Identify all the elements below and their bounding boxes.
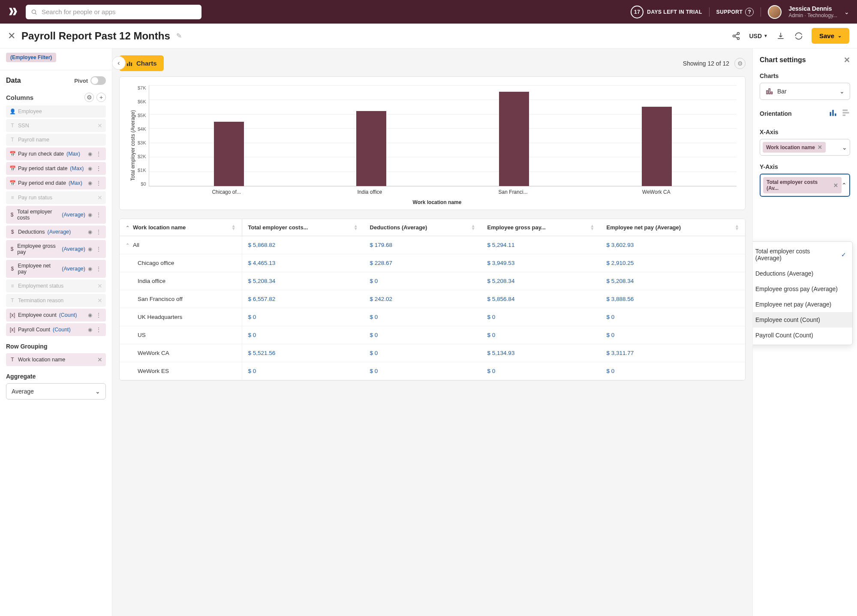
search-box[interactable] <box>26 5 201 19</box>
employee-filter-chip[interactable]: (Employee Filter) <box>6 53 56 62</box>
column-menu-icon[interactable]: ⋮ <box>95 150 102 157</box>
download-icon[interactable] <box>776 31 786 41</box>
remove-column-icon[interactable]: ✕ <box>97 194 102 201</box>
close-icon[interactable]: ✕ <box>8 30 15 42</box>
table-row[interactable]: San Francisco off$ 6,557.82$ 242.02$ 5,8… <box>120 290 745 308</box>
column-menu-icon[interactable]: ⋮ <box>95 326 102 333</box>
user-info[interactable]: Jessica Dennis Admin · Technology... <box>788 5 837 18</box>
chart-type-select[interactable]: Bar ⌄ <box>760 83 850 100</box>
sort-icon[interactable]: ▲▼ <box>471 224 475 230</box>
share-icon[interactable] <box>731 31 741 41</box>
visibility-icon[interactable]: ◉ <box>88 180 92 186</box>
edit-title-icon[interactable]: ✎ <box>176 32 182 40</box>
support-link[interactable]: SUPPORT ? <box>716 8 754 16</box>
chart-bar[interactable] <box>499 92 529 186</box>
column-item[interactable]: 📅 Pay period end date (Max)◉⋮ <box>6 177 106 189</box>
table-header[interactable]: Deductions (Average)▲▼ <box>364 219 481 236</box>
column-menu-icon[interactable]: ⋮ <box>95 211 102 218</box>
column-menu-icon[interactable]: ⋮ <box>95 165 102 172</box>
column-item[interactable]: $ Total employer costs (Average)◉⋮ <box>6 206 106 224</box>
column-menu-icon[interactable]: ⋮ <box>95 246 102 252</box>
remove-x-axis-icon[interactable]: ✕ <box>818 144 822 150</box>
charts-button[interactable]: Charts <box>119 55 164 71</box>
chart-bar[interactable] <box>642 107 672 186</box>
refresh-icon[interactable] <box>794 31 804 41</box>
dropdown-option[interactable]: $ Total employer costs (Average)✓ <box>752 243 852 266</box>
column-menu-icon[interactable]: ⋮ <box>95 265 102 272</box>
table-header[interactable]: Employee net pay (Average)▲▼ <box>600 219 745 236</box>
table-row[interactable]: Chicago office$ 4,465.13$ 228.67$ 3,949.… <box>120 254 745 272</box>
columns-settings-icon[interactable]: ⚙ <box>84 93 94 102</box>
collapse-row-icon[interactable]: ⌃ <box>126 243 129 248</box>
chart-settings-icon[interactable]: ⚙ <box>734 58 746 69</box>
column-menu-icon[interactable]: ⋮ <box>95 180 102 186</box>
table-row[interactable]: WeWork CA$ 5,521.56$ 0$ 5,134.93$ 3,311.… <box>120 344 745 362</box>
column-menu-icon[interactable]: ⋮ <box>95 228 102 235</box>
dropdown-option[interactable]: [x] Employee count (Count) <box>752 312 852 328</box>
chevron-down-icon[interactable]: ⌄ <box>844 9 849 15</box>
column-item[interactable]: 📅 Pay run check date (Max)◉⋮ <box>6 147 106 160</box>
column-menu-icon[interactable]: ⋮ <box>95 312 102 319</box>
visibility-icon[interactable]: ◉ <box>88 266 92 272</box>
column-item[interactable]: 📅 Pay period start date (Max)◉⋮ <box>6 162 106 175</box>
table-row[interactable]: WeWork ES$ 0$ 0$ 0$ 0 <box>120 362 745 380</box>
sort-icon[interactable]: ▲▼ <box>590 224 595 230</box>
dropdown-option[interactable]: $ Deductions (Average) <box>752 266 852 281</box>
table-header[interactable]: ⌃Work location name▲▼ <box>120 219 242 236</box>
table-header[interactable]: Total employer costs...▲▼ <box>242 219 364 236</box>
chart-bar[interactable] <box>214 122 244 186</box>
remove-y-axis-icon[interactable]: ✕ <box>833 182 838 189</box>
trial-badge[interactable]: 17 DAYS LEFT IN TRIAL <box>631 6 702 18</box>
sort-icon[interactable]: ▲▼ <box>735 224 739 230</box>
collapse-left-panel-icon[interactable]: ‹ <box>112 56 126 70</box>
vertical-orientation-icon[interactable] <box>829 108 837 118</box>
column-item[interactable]: ≡ Pay run status✕ <box>6 191 106 204</box>
column-item[interactable]: [x] Employee count (Count)◉⋮ <box>6 309 106 322</box>
expand-all-icon[interactable]: ⌃ <box>126 225 129 230</box>
horizontal-orientation-icon[interactable] <box>842 108 850 118</box>
dropdown-option[interactable]: $ Employee gross pay (Average) <box>752 281 852 297</box>
table-header[interactable]: Employee gross pay...▲▼ <box>481 219 601 236</box>
visibility-icon[interactable]: ◉ <box>88 312 92 318</box>
visibility-icon[interactable]: ◉ <box>88 246 92 252</box>
visibility-icon[interactable]: ◉ <box>88 327 92 333</box>
visibility-icon[interactable]: ◉ <box>88 229 92 235</box>
table-row[interactable]: ⌃All$ 5,868.82$ 179.68$ 5,294.11$ 3,602.… <box>120 236 745 254</box>
column-item[interactable]: ≡ Employment status✕ <box>6 279 106 292</box>
column-item[interactable]: $ Employee net pay (Average)◉⋮ <box>6 260 106 278</box>
column-item[interactable]: [x] Payroll Count (Count)◉⋮ <box>6 323 106 336</box>
column-item[interactable]: T Termination reason✕ <box>6 294 106 307</box>
add-column-icon[interactable]: + <box>96 93 106 102</box>
save-button[interactable]: Save ⌄ <box>812 28 849 44</box>
column-item[interactable]: T SSN✕ <box>6 119 106 132</box>
column-item[interactable]: $ Employee gross pay (Average)◉⋮ <box>6 240 106 258</box>
aggregate-select[interactable]: Average ⌄ <box>6 383 106 400</box>
remove-icon[interactable]: ✕ <box>97 356 102 363</box>
remove-column-icon[interactable]: ✕ <box>97 282 102 289</box>
y-axis-select[interactable]: Total employer costs (Av... ✕ ⌃ <box>760 174 850 197</box>
sort-icon[interactable]: ▲▼ <box>232 224 236 230</box>
dropdown-option[interactable]: [x] Payroll Count (Count) <box>752 328 852 343</box>
visibility-icon[interactable]: ◉ <box>88 165 92 171</box>
table-row[interactable]: UK Headquarters$ 0$ 0$ 0$ 0 <box>120 308 745 326</box>
chart-bar[interactable] <box>356 111 386 186</box>
x-axis-select[interactable]: Work location name ✕ ⌄ <box>760 139 850 156</box>
table-row[interactable]: India office$ 5,208.34$ 0$ 5,208.34$ 5,2… <box>120 272 745 290</box>
column-item[interactable]: 👤 Employee <box>6 105 106 117</box>
column-item[interactable]: T Payroll name <box>6 134 106 146</box>
sort-icon[interactable]: ▲▼ <box>354 224 358 230</box>
visibility-icon[interactable]: ◉ <box>88 151 92 157</box>
close-panel-icon[interactable]: ✕ <box>844 55 850 65</box>
remove-column-icon[interactable]: ✕ <box>97 297 102 304</box>
visibility-icon[interactable]: ◉ <box>88 212 92 218</box>
user-avatar[interactable] <box>768 5 782 19</box>
row-grouping-item[interactable]: T Work location name ✕ <box>6 353 106 366</box>
currency-select[interactable]: USD ▼ <box>749 33 767 39</box>
pivot-toggle[interactable] <box>90 76 106 85</box>
search-input[interactable] <box>42 8 196 15</box>
app-logo[interactable] <box>8 6 19 18</box>
column-item[interactable]: $ Deductions (Average)◉⋮ <box>6 225 106 238</box>
table-row[interactable]: US$ 0$ 0$ 0$ 0 <box>120 326 745 344</box>
dropdown-option[interactable]: $ Employee net pay (Average) <box>752 297 852 312</box>
remove-column-icon[interactable]: ✕ <box>97 122 102 129</box>
